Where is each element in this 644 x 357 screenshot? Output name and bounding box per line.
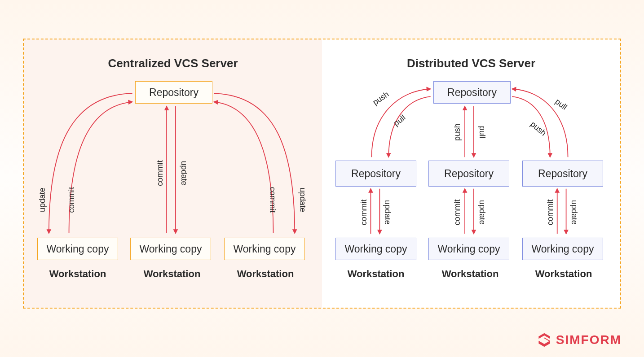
workstation-label-2: Workstation (141, 268, 203, 280)
centralized-title: Centralized VCS Server (24, 57, 322, 70)
arrow-label-commit-center: commit (155, 160, 164, 186)
arrow-label-update-2: update (478, 200, 487, 225)
arrow-label-update-3: update (570, 200, 579, 225)
central-repository-box: Repository (135, 81, 212, 104)
dist-working-copy-2: Working copy (428, 238, 509, 260)
diagram-container: Centralized VCS Server Repository Workin… (23, 39, 621, 309)
working-copy-1: Working copy (37, 238, 118, 260)
arrow-label-commit-left: commit (67, 187, 76, 213)
arrow-label-commit-2: commit (453, 200, 462, 226)
arrow-label-pull-right: pull (553, 97, 569, 112)
arrow-label-update-center: update (180, 161, 189, 186)
arrow-label-pull-left: pull (392, 113, 407, 128)
arrow-label-push-left: push (371, 90, 390, 107)
arrow-label-pull-center: pull (478, 126, 487, 139)
distributed-central-repo: Repository (433, 81, 511, 104)
working-copy-2: Working copy (130, 238, 211, 260)
arrow-label-commit-3: commit (546, 200, 555, 226)
distributed-panel: Distributed VCS Server Repository Reposi… (322, 39, 620, 308)
arrow-label-update-right: update (298, 187, 307, 212)
arrow-label-update-left: update (38, 187, 47, 212)
arrow-label-commit-1: commit (359, 200, 368, 226)
dist-working-copy-3: Working copy (522, 238, 603, 260)
dist-workstation-label-2: Workstation (439, 268, 502, 280)
centralized-arrows: commit update update commit commit updat… (24, 39, 322, 308)
arrow-label-update-1: update (383, 200, 392, 225)
local-repo-2: Repository (428, 161, 509, 187)
brand-name: SIMFORM (556, 333, 622, 347)
dist-workstation-label-3: Workstation (532, 268, 595, 280)
centralized-panel: Centralized VCS Server Repository Workin… (24, 39, 322, 308)
simform-logo-icon (536, 332, 552, 348)
arrow-label-push-right: push (529, 119, 548, 137)
arrow-label-commit-right: commit (268, 187, 277, 213)
arrow-label-push-center: push (453, 123, 462, 141)
local-repo-1: Repository (335, 161, 416, 187)
workstation-label-3: Workstation (234, 268, 297, 280)
workstation-label-1: Workstation (46, 268, 109, 280)
brand-logo: SIMFORM (536, 332, 622, 348)
working-copy-3: Working copy (224, 238, 305, 260)
dist-workstation-label-1: Workstation (344, 268, 407, 280)
dist-working-copy-1: Working copy (335, 238, 416, 260)
local-repo-3: Repository (522, 161, 603, 187)
distributed-title: Distributed VCS Server (322, 57, 620, 70)
